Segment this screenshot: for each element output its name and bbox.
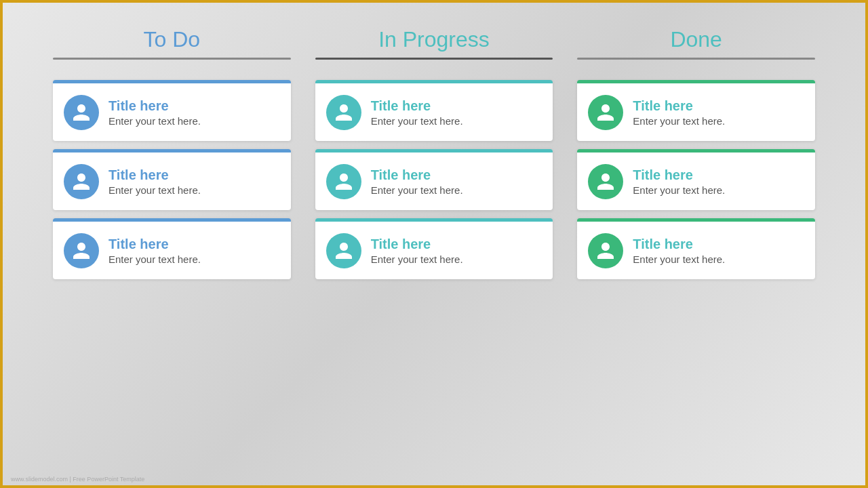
card-inprogress-1: Title here Enter your text here.	[315, 80, 553, 141]
column-done-title: Done	[577, 27, 815, 52]
avatar-inprogress-1	[326, 95, 361, 130]
column-inprogress-header: In Progress	[315, 27, 553, 60]
column-done: Done Title here Enter your text here. Ti…	[565, 27, 827, 461]
avatar-todo-3	[64, 233, 99, 268]
card-done-1: Title here Enter your text here.	[577, 80, 815, 141]
column-inprogress-cards: Title here Enter your text here. Title h…	[315, 80, 553, 279]
kanban-board: To Do Title here Enter your text here. T…	[0, 0, 868, 488]
card-todo-2-title: Title here	[108, 167, 201, 183]
avatar-done-2	[588, 164, 623, 199]
card-done-2-title: Title here	[633, 167, 725, 183]
card-inprogress-3: Title here Enter your text here.	[315, 218, 553, 279]
card-done-2-content: Title here Enter your text here.	[633, 167, 725, 196]
person-icon	[71, 171, 92, 192]
card-done-3: Title here Enter your text here.	[577, 218, 815, 279]
avatar-inprogress-2	[326, 164, 361, 199]
card-todo-3-content: Title here Enter your text here.	[108, 237, 201, 265]
person-icon	[334, 102, 354, 123]
column-inprogress-title: In Progress	[315, 27, 553, 52]
card-inprogress-2-text: Enter your text here.	[371, 184, 463, 196]
column-todo-title: To Do	[53, 27, 291, 52]
card-done-1-content: Title here Enter your text here.	[633, 98, 725, 127]
card-todo-3: Title here Enter your text here.	[53, 218, 291, 279]
card-inprogress-1-title: Title here	[371, 98, 463, 114]
card-todo-3-text: Enter your text here.	[108, 253, 201, 265]
avatar-todo-1	[64, 95, 99, 130]
person-icon	[334, 241, 354, 261]
column-done-cards: Title here Enter your text here. Title h…	[577, 80, 815, 279]
card-done-2-text: Enter your text here.	[633, 184, 725, 196]
column-todo-cards: Title here Enter your text here. Title h…	[53, 80, 291, 279]
card-done-1-title: Title here	[633, 98, 725, 114]
avatar-done-3	[588, 233, 623, 268]
column-todo: To Do Title here Enter your text here. T…	[41, 27, 303, 461]
card-inprogress-3-title: Title here	[371, 237, 463, 252]
person-icon	[595, 171, 616, 192]
card-done-3-content: Title here Enter your text here.	[633, 237, 725, 265]
avatar-done-1	[588, 95, 623, 130]
column-inprogress: In Progress Title here Enter your text h…	[303, 27, 566, 461]
card-done-3-title: Title here	[633, 237, 725, 252]
card-done-3-text: Enter your text here.	[633, 253, 725, 265]
person-icon	[334, 171, 354, 192]
column-todo-header: To Do	[53, 27, 291, 60]
person-icon	[595, 102, 616, 123]
card-todo-1-content: Title here Enter your text here.	[108, 98, 201, 127]
card-done-1-text: Enter your text here.	[633, 115, 725, 127]
avatar-inprogress-3	[326, 233, 361, 268]
column-done-header: Done	[577, 27, 815, 60]
column-todo-divider	[53, 58, 291, 60]
card-inprogress-3-text: Enter your text here.	[371, 253, 463, 265]
card-inprogress-1-content: Title here Enter your text here.	[371, 98, 463, 127]
card-inprogress-1-text: Enter your text here.	[371, 115, 463, 127]
card-done-2: Title here Enter your text here.	[577, 149, 815, 210]
column-done-divider	[577, 58, 815, 60]
card-inprogress-2-content: Title here Enter your text here.	[371, 167, 463, 196]
card-inprogress-3-content: Title here Enter your text here.	[371, 237, 463, 265]
person-icon	[71, 241, 92, 261]
card-todo-3-title: Title here	[108, 237, 201, 252]
person-icon	[71, 102, 92, 123]
person-icon	[595, 241, 616, 261]
avatar-todo-2	[64, 164, 99, 199]
card-todo-1: Title here Enter your text here.	[53, 80, 291, 141]
card-todo-2: Title here Enter your text here.	[53, 149, 291, 210]
card-inprogress-2-title: Title here	[371, 167, 463, 183]
card-todo-2-text: Enter your text here.	[108, 184, 201, 196]
card-todo-1-title: Title here	[108, 98, 201, 114]
card-todo-2-content: Title here Enter your text here.	[108, 167, 201, 196]
column-inprogress-divider	[315, 58, 553, 60]
watermark: www.slidemodel.com | Free PowerPoint Tem…	[11, 476, 144, 483]
card-inprogress-2: Title here Enter your text here.	[315, 149, 553, 210]
card-todo-1-text: Enter your text here.	[108, 115, 201, 127]
